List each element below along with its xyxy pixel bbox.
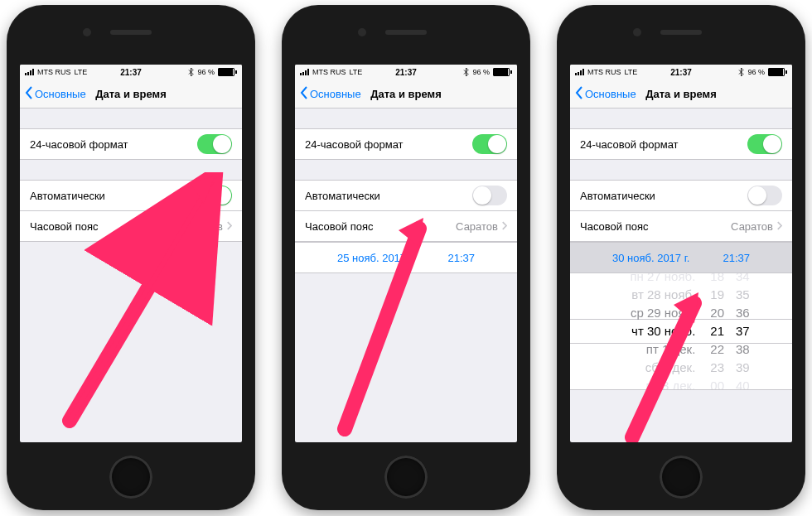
picker-row-selected: 21 [710, 322, 724, 340]
picker-row: 19 [710, 286, 724, 304]
row-date-time[interactable]: 25 нояб. 2017 г. 21:37 [295, 242, 517, 273]
toggle-auto[interactable] [472, 186, 507, 205]
picker-row: 23 [710, 359, 724, 377]
status-time: 21:37 [570, 68, 792, 77]
phone-1: MTS RUS LTE 21:37 96 % Основные Дата и в… [7, 5, 255, 510]
screen-2: MTS RUS LTE 21:37 96 % Основные Дата и в… [295, 65, 517, 442]
phone-3: MTS RUS LTE 21:37 96 % Основные Дата и в… [557, 5, 805, 510]
phone-camera [358, 28, 366, 36]
date-value: 25 нояб. 2017 г. [337, 252, 415, 264]
picker-row: 20 [710, 304, 724, 322]
battery-icon [218, 68, 237, 76]
phone-speaker [385, 30, 427, 35]
nav-bar: Основные Дата и время [570, 80, 792, 109]
toggle-auto[interactable] [197, 186, 232, 205]
row-label: 24-часовой формат [305, 138, 404, 151]
picker-row: вт 28 нояб. [631, 286, 695, 304]
status-time: 21:37 [295, 68, 517, 77]
row-label: 24-часовой формат [30, 138, 128, 151]
picker-row: сб 2 дек. [645, 359, 696, 377]
home-button[interactable] [384, 456, 428, 499]
chevron-right-icon [776, 220, 782, 233]
chevron-right-icon [501, 220, 507, 233]
row-timezone[interactable]: Часовой пояс Саратов [295, 211, 517, 242]
date-value: 30 нояб. 2017 г. [612, 252, 690, 264]
picker-date-column[interactable]: пн 27 нояб. вт 28 нояб. ср 29 нояб. чт 3… [612, 273, 698, 389]
timezone-value: Саратов [181, 220, 223, 233]
row-auto: Автоматически [295, 180, 517, 211]
row-label: Часовой пояс [30, 220, 98, 233]
row-label: Часовой пояс [305, 220, 373, 233]
toggle-24h[interactable] [472, 134, 507, 154]
phone-speaker [660, 30, 702, 35]
timezone-value: Саратов [731, 220, 773, 233]
comparison-stage: MTS RUS LTE 21:37 96 % Основные Дата и в… [0, 0, 812, 516]
status-bar: MTS RUS LTE 21:37 96 % [570, 65, 792, 80]
picker-row: 35 [736, 286, 750, 304]
status-time: 21:37 [20, 68, 242, 77]
phone-2: MTS RUS LTE 21:37 96 % Основные Дата и в… [282, 5, 530, 510]
nav-title: Дата и время [295, 88, 517, 100]
timezone-value: Саратов [456, 220, 498, 233]
time-value: 21:37 [447, 252, 475, 264]
picker-row: 00 [710, 377, 724, 390]
row-label: Автоматически [30, 190, 105, 202]
date-time-picker[interactable]: пн 27 нояб. вт 28 нояб. ср 29 нояб. чт 3… [570, 273, 792, 390]
screen-3: MTS RUS LTE 21:37 96 % Основные Дата и в… [570, 65, 792, 442]
toggle-24h[interactable] [747, 134, 782, 154]
row-label: Автоматически [305, 190, 380, 202]
home-button[interactable] [660, 456, 703, 499]
nav-bar: Основные Дата и время [20, 80, 242, 109]
nav-title: Дата и время [570, 88, 792, 100]
row-24h-format: 24-часовой формат [570, 128, 792, 160]
status-bar: MTS RUS LTE 21:37 96 % [295, 65, 517, 80]
row-label: 24-часовой формат [580, 138, 679, 151]
picker-row: 34 [736, 273, 750, 286]
picker-row: вс 3 дек. [646, 377, 696, 390]
row-date-time[interactable]: 30 нояб. 2017 г. 21:37 [570, 242, 792, 273]
home-button[interactable] [109, 456, 152, 499]
picker-minute-column[interactable]: 34 35 36 37 38 39 40 [736, 273, 750, 389]
picker-row: 38 [736, 340, 750, 359]
picker-hour-column[interactable]: 18 19 20 21 22 23 00 [710, 273, 724, 389]
picker-row: 39 [736, 359, 750, 377]
status-bar: MTS RUS LTE 21:37 96 % [20, 65, 242, 80]
phone-speaker [110, 30, 152, 35]
picker-row: пт 1 дек. [646, 340, 696, 359]
phone-camera [83, 28, 91, 36]
row-24h-format: 24-часовой формат [20, 128, 242, 160]
row-auto: Автоматически [20, 180, 242, 211]
picker-row: 22 [710, 340, 724, 359]
row-label: Часовой пояс [580, 220, 648, 233]
time-value: 21:37 [723, 252, 750, 264]
battery-icon [493, 68, 512, 76]
row-label: Автоматически [580, 190, 655, 202]
picker-row-selected: чт 30 нояб. [631, 322, 695, 340]
screen-1: MTS RUS LTE 21:37 96 % Основные Дата и в… [20, 65, 242, 442]
row-timezone[interactable]: Часовой пояс Саратов [20, 211, 242, 242]
picker-row: ср 29 нояб. [631, 304, 695, 322]
row-timezone[interactable]: Часовой пояс Саратов [570, 211, 792, 242]
picker-row: пн 27 нояб. [630, 273, 695, 286]
row-24h-format: 24-часовой формат [295, 128, 517, 160]
chevron-right-icon [226, 220, 232, 233]
row-auto: Автоматически [570, 180, 792, 211]
battery-icon [768, 68, 787, 76]
picker-row: 18 [710, 273, 724, 286]
picker-row: 36 [736, 304, 750, 322]
phone-camera [633, 28, 641, 36]
toggle-24h[interactable] [197, 134, 232, 154]
nav-bar: Основные Дата и время [295, 80, 517, 109]
picker-row: 40 [736, 377, 750, 390]
picker-row-selected: 37 [736, 322, 750, 340]
nav-title: Дата и время [20, 88, 242, 100]
toggle-auto[interactable] [747, 186, 782, 205]
